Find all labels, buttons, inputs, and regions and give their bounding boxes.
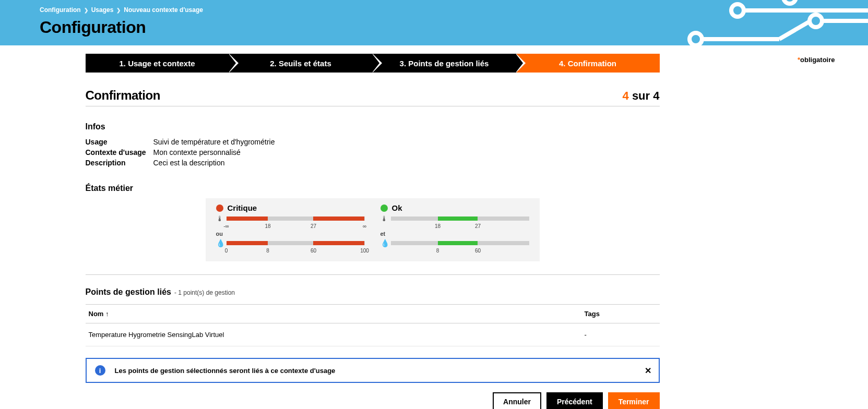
droplet-icon: 💧 [381,239,388,247]
column-header-tags[interactable]: Tags [581,305,660,323]
linked-points-table: Nom ↑ Tags Temperature Hygrometrie Sensi… [86,304,660,346]
breadcrumb-new-context[interactable]: Nouveau contexte d'usage [124,6,203,14]
state-critique-label: Critique [228,203,257,212]
state-ok: Ok 🌡 18 27 et 💧 [381,203,529,254]
thermometer-icon: 🌡 [216,214,223,223]
cancel-button[interactable]: Annuler [493,392,541,409]
step-counter: 4 sur 4 [623,89,660,103]
table-row: Temperature Hygrometrie SensingLab Virtu… [86,323,660,346]
wizard-steps: 1. Usage et contexte 2. Seuils et états … [86,54,660,73]
info-icon: i [95,365,105,376]
action-bar: Annuler Précédent Terminer [86,392,660,409]
description-value: Ceci est la description [153,159,225,167]
description-label: Description [86,159,153,167]
breadcrumb: Configuration ❯ Usages ❯ Nouveau context… [40,6,868,14]
info-banner: i Les points de gestion sélectionnés ser… [86,358,660,383]
breadcrumb-configuration[interactable]: Configuration [40,6,81,14]
wizard-step-3[interactable]: 3. Points de gestion liés [373,54,516,73]
cell-nom: Temperature Hygrometrie SensingLab Virtu… [86,323,581,346]
infos-grid: UsageSuivi de température et d'hygrométr… [86,137,783,168]
humidity-gauge-ok [391,241,529,245]
state-ok-label: Ok [392,203,402,212]
column-header-nom[interactable]: Nom ↑ [86,305,581,323]
required-indicator: *obligatoire [798,56,835,64]
wizard-step-4[interactable]: 4. Confirmation [516,54,660,73]
states-heading: États métier [86,184,660,193]
temp-gauge-ok [391,216,529,221]
close-icon[interactable]: ✕ [645,366,651,376]
temp-gauge-critique [227,216,365,221]
linked-points-count: - 1 point(s) de gestion [174,289,235,296]
humidity-gauge-critique [227,241,365,245]
status-dot-red-icon [216,204,223,212]
wizard-step-1[interactable]: 1. Usage et contexte [86,54,229,73]
states-panel: Critique 🌡 -∞ 18 27 ∞ ou 💧 [206,198,540,261]
breadcrumb-usages[interactable]: Usages [91,6,114,14]
wizard-step-2[interactable]: 2. Seuils et états [229,54,373,73]
context-label: Contexte d'usage [86,148,153,157]
linked-points-title: Points de gestion liés [86,287,171,297]
context-value: Mon contexte personnalisé [153,148,241,157]
info-banner-message: Les points de gestion sélectionnés seron… [115,367,336,375]
logic-and: et [381,231,529,237]
finish-button[interactable]: Terminer [608,392,660,409]
state-critique: Critique 🌡 -∞ 18 27 ∞ ou 💧 [216,203,365,254]
logic-or: ou [216,231,365,237]
page-title: Configuration [40,18,868,37]
previous-button[interactable]: Précédent [546,392,603,409]
cell-tags: - [581,323,660,346]
page-header: Configuration ❯ Usages ❯ Nouveau context… [0,0,868,45]
usage-value: Suivi de température et d'hygrométrie [153,138,275,146]
thermometer-icon: 🌡 [381,214,388,223]
sort-asc-icon: ↑ [105,310,109,318]
chevron-right-icon: ❯ [116,7,121,13]
infos-heading: Infos [86,122,783,131]
droplet-icon: 💧 [216,239,223,247]
chevron-right-icon: ❯ [84,7,88,13]
usage-label: Usage [86,138,153,146]
status-dot-green-icon [381,204,388,212]
section-title: Confirmation [86,88,160,103]
